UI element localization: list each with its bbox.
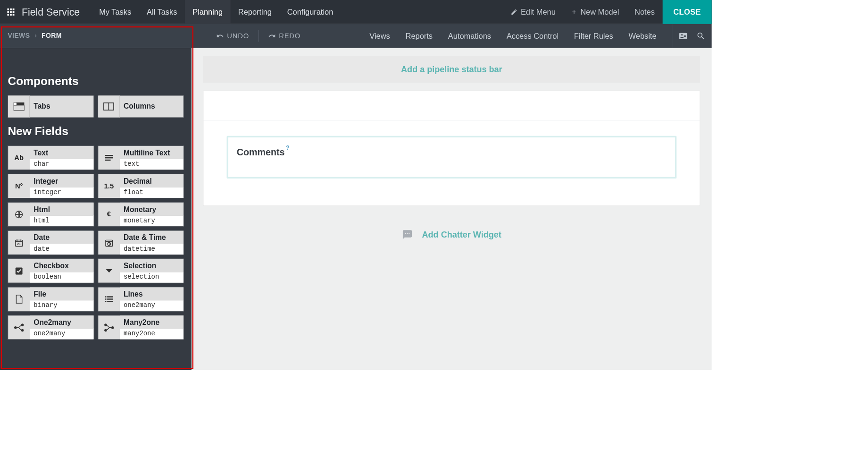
svg-rect-2: [13, 9, 15, 10]
field-binary-file[interactable]: Filebinary: [8, 287, 93, 312]
svg-rect-3: [7, 11, 9, 13]
multiline-icon: [98, 146, 120, 170]
nav-configuration[interactable]: Configuration: [279, 0, 341, 24]
field-date-date[interactable]: 21Datedate: [8, 230, 93, 255]
field-html-html[interactable]: Htmlhtml: [8, 202, 93, 227]
svg-rect-29: [105, 296, 106, 297]
breadcrumb: VIEWS › FORM: [0, 32, 192, 40]
canvas: Add a pipeline status bar Comments ? Add…: [192, 48, 712, 370]
field-datetime-date-&-time[interactable]: Date & Timedatetime: [98, 230, 184, 255]
field-one2many-one2many[interactable]: One2manyone2many: [8, 315, 93, 340]
field-one2many-lines[interactable]: Linesone2many: [98, 287, 184, 312]
svg-rect-10: [13, 102, 17, 105]
sub-bar: VIEWS › FORM UNDO REDO ViewsReportsAutom…: [0, 24, 712, 48]
svg-rect-30: [107, 296, 113, 297]
svg-point-38: [111, 326, 113, 328]
nav-my-tasks[interactable]: My Tasks: [92, 0, 139, 24]
redo-icon: [268, 32, 275, 40]
field-integer-integer[interactable]: N°Integerinteger: [8, 174, 93, 198]
field-boolean-checkbox[interactable]: Checkboxboolean: [8, 259, 93, 283]
svg-rect-32: [107, 298, 113, 299]
pencil-icon: [511, 9, 518, 16]
comments-label: Comments ?: [228, 147, 290, 158]
undo-icon: [216, 32, 224, 40]
field-float-decimal[interactable]: 1.5Decimalfloat: [98, 174, 184, 198]
svg-point-40: [104, 329, 106, 331]
new-model-button[interactable]: New Model: [563, 0, 627, 24]
form-header[interactable]: [203, 91, 700, 120]
components-title: Components: [8, 74, 184, 87]
subtab-reports[interactable]: Reports: [398, 32, 440, 41]
field-selection-selection[interactable]: Selectionselection: [98, 259, 184, 283]
component-columns[interactable]: Columns: [98, 95, 184, 118]
subtab-views[interactable]: Views: [362, 32, 398, 41]
add-chatter-button[interactable]: Add Chatter Widget: [203, 229, 701, 240]
field-char-text[interactable]: AbTextchar: [8, 145, 93, 170]
svg-line-27: [109, 244, 110, 244]
svg-rect-33: [105, 301, 106, 302]
contact-card-icon[interactable]: [678, 31, 688, 41]
field-text-multiline-text[interactable]: Multiline Texttext: [98, 145, 184, 170]
topbar-right: Edit Menu New Model Notes CLOSE: [503, 0, 712, 24]
field-monetary-monetary[interactable]: €Monetarymonetary: [98, 202, 184, 227]
redo-button[interactable]: REDO: [263, 30, 306, 43]
app-title: Field Service: [22, 6, 92, 18]
form-card: Comments ?: [203, 91, 701, 206]
svg-rect-14: [105, 155, 113, 156]
subtab-filter-rules[interactable]: Filter Rules: [566, 32, 621, 41]
subbar-icons: [672, 24, 711, 48]
calendar21-icon: 21: [8, 231, 30, 255]
separator: [259, 30, 259, 42]
edit-menu-button[interactable]: Edit Menu: [503, 0, 563, 24]
subbar-tabs: ViewsReportsAutomationsAccess ControlFil…: [362, 24, 712, 48]
field-many2one-many2one[interactable]: Many2onemany2one: [98, 315, 184, 340]
component-tabs[interactable]: Tabs: [8, 95, 93, 118]
subtab-automations[interactable]: Automations: [440, 32, 499, 41]
breadcrumb-form: FORM: [42, 32, 62, 40]
help-icon[interactable]: ?: [286, 145, 290, 151]
file-icon: [8, 287, 30, 311]
check-icon: [8, 259, 30, 283]
svg-rect-7: [10, 14, 12, 16]
plus-icon: [571, 9, 577, 15]
undo-button[interactable]: UNDO: [211, 30, 255, 43]
apps-icon[interactable]: [0, 8, 22, 16]
subtab-access-control[interactable]: Access Control: [499, 32, 566, 41]
svg-point-37: [22, 329, 24, 331]
relation2-icon: [98, 315, 120, 339]
tabs-icon: [8, 96, 30, 118]
svg-rect-4: [10, 11, 12, 13]
caret-icon: [98, 259, 120, 283]
nav-planning[interactable]: Planning: [185, 0, 231, 24]
svg-point-36: [22, 324, 24, 326]
nav-all-tasks[interactable]: All Tasks: [139, 0, 185, 24]
svg-rect-31: [105, 298, 106, 299]
chat-icon: [402, 229, 413, 240]
N°-icon: N°: [8, 174, 30, 198]
top-bar: Field Service My TasksAll TasksPlanningR…: [0, 0, 712, 24]
comments-field[interactable]: Comments ?: [227, 136, 677, 179]
nav-reporting[interactable]: Reporting: [230, 0, 279, 24]
close-button[interactable]: CLOSE: [662, 0, 711, 24]
svg-rect-5: [13, 11, 15, 13]
1.5-icon: 1.5: [98, 174, 120, 198]
svg-point-35: [15, 326, 17, 328]
svg-rect-0: [7, 9, 9, 10]
svg-rect-11: [13, 105, 24, 111]
search-icon[interactable]: [696, 31, 706, 41]
list-icon: [98, 287, 120, 311]
main-area: Components TabsColumns New Fields AbText…: [0, 48, 712, 370]
columns-icon: [98, 96, 120, 118]
svg-rect-1: [10, 9, 12, 10]
subtab-website[interactable]: Website: [621, 32, 664, 41]
svg-point-39: [104, 324, 106, 326]
notes-button[interactable]: Notes: [627, 0, 663, 24]
svg-rect-6: [7, 14, 9, 16]
svg-text:21: 21: [17, 242, 21, 246]
Ab-icon: Ab: [8, 146, 30, 170]
svg-rect-34: [107, 301, 113, 302]
pipeline-status-button[interactable]: Add a pipeline status bar: [203, 56, 701, 83]
breadcrumb-views[interactable]: VIEWS: [8, 32, 30, 40]
globe-icon: [8, 203, 30, 226]
history-buttons: UNDO REDO: [192, 30, 306, 43]
